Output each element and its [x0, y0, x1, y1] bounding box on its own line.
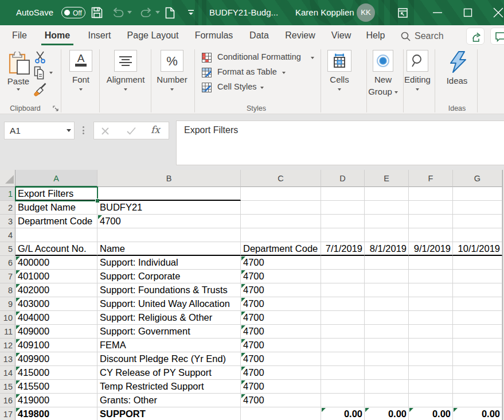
- row-header-8[interactable]: 8: [0, 283, 15, 297]
- cell-D8[interactable]: [321, 283, 365, 297]
- font-icon[interactable]: A: [69, 50, 92, 72]
- tab-insert[interactable]: Insert: [88, 25, 111, 47]
- avatar[interactable]: KK: [357, 3, 375, 22]
- cell-E9[interactable]: [365, 297, 409, 311]
- cells-label[interactable]: Cells: [330, 75, 349, 84]
- cell-A5[interactable]: G/L Account No.: [15, 242, 97, 256]
- autosave-toggle[interactable]: Off: [61, 7, 85, 18]
- cell-C10[interactable]: 4700: [241, 311, 321, 325]
- column-header-A[interactable]: A: [15, 170, 97, 187]
- cell-C15[interactable]: 4700: [241, 380, 321, 394]
- format-painter-icon[interactable]: [33, 83, 47, 96]
- tab-data[interactable]: Data: [249, 25, 269, 47]
- cell-D10[interactable]: [321, 311, 365, 325]
- cell-F4[interactable]: [409, 228, 453, 242]
- column-header-B[interactable]: B: [97, 170, 241, 187]
- close-icon[interactable]: [490, 0, 504, 25]
- cell-A17[interactable]: 419800: [15, 407, 97, 420]
- column-header-G[interactable]: G: [453, 170, 502, 187]
- cell-E11[interactable]: [365, 325, 409, 339]
- cell-G10[interactable]: [453, 311, 502, 325]
- cell-C7[interactable]: 4700: [241, 270, 321, 283]
- font-label[interactable]: Font: [72, 75, 89, 84]
- cell-D1[interactable]: [321, 187, 365, 201]
- cell-E15[interactable]: [365, 380, 409, 394]
- cell-A9[interactable]: 403000: [15, 297, 97, 311]
- cell-F17[interactable]: 0.00: [409, 407, 453, 420]
- cell-G3[interactable]: [453, 215, 502, 228]
- cell-B1[interactable]: [97, 187, 241, 201]
- cell-B14[interactable]: CY Release of PY Support: [97, 366, 241, 380]
- cell-F3[interactable]: [409, 215, 453, 228]
- cell-G2[interactable]: [453, 201, 502, 215]
- cell-F6[interactable]: [409, 256, 453, 270]
- cell-B5[interactable]: Name: [97, 242, 241, 256]
- row-header-16[interactable]: 16: [0, 394, 15, 407]
- cell-G15[interactable]: [453, 380, 502, 394]
- row-header-12[interactable]: 12: [0, 339, 15, 352]
- cell-D7[interactable]: [321, 270, 365, 283]
- cell-A16[interactable]: 419000: [15, 394, 97, 407]
- cell-E14[interactable]: [365, 366, 409, 380]
- cell-D4[interactable]: [321, 228, 365, 242]
- name-box[interactable]: A1: [4, 122, 75, 139]
- row-header-11[interactable]: 11: [0, 325, 15, 339]
- column-header-C[interactable]: C: [241, 170, 321, 187]
- cell-C14[interactable]: 4700: [241, 366, 321, 380]
- cell-F8[interactable]: [409, 283, 453, 297]
- cell-D16[interactable]: [321, 394, 365, 407]
- cell-B9[interactable]: Support: United Way Allocation: [97, 297, 241, 311]
- cell-C1[interactable]: [241, 187, 321, 201]
- cell-B3[interactable]: 4700: [97, 215, 241, 228]
- name-box-dropdown-icon[interactable]: [67, 129, 71, 132]
- cut-icon[interactable]: [34, 51, 46, 64]
- cell-G13[interactable]: [453, 352, 502, 366]
- cell-C4[interactable]: [241, 228, 321, 242]
- formula-bar-drag-handle[interactable]: [83, 126, 84, 135]
- insert-function-icon[interactable]: fx: [151, 124, 160, 135]
- ribbon-display-icon[interactable]: [398, 8, 408, 18]
- tab-file[interactable]: File: [12, 25, 27, 47]
- cell-G8[interactable]: [453, 283, 502, 297]
- cell-B13[interactable]: Discount Pledge Rec (Yr End): [97, 352, 241, 366]
- editing-dropdown-icon[interactable]: [416, 88, 419, 91]
- customize-toolbar-icon[interactable]: [187, 9, 194, 16]
- editing-label[interactable]: Editing: [404, 75, 431, 84]
- row-header-6[interactable]: 6: [0, 256, 15, 270]
- column-header-F[interactable]: F: [409, 170, 453, 187]
- cell-B15[interactable]: Temp Restricted Support: [97, 380, 241, 394]
- ideas-label[interactable]: Ideas: [447, 76, 468, 85]
- cell-E13[interactable]: [365, 352, 409, 366]
- row-header-10[interactable]: 10: [0, 311, 15, 325]
- ideas-icon[interactable]: [449, 51, 466, 73]
- cell-B8[interactable]: Support: Foundations & Trusts: [97, 283, 241, 297]
- cell-F7[interactable]: [409, 270, 453, 283]
- cell-D11[interactable]: [321, 325, 365, 339]
- column-header-E[interactable]: E: [365, 170, 409, 187]
- cell-F10[interactable]: [409, 311, 453, 325]
- cell-B10[interactable]: Support: Religious & Other: [97, 311, 241, 325]
- cell-F14[interactable]: [409, 366, 453, 380]
- row-header-5[interactable]: 5: [0, 242, 15, 256]
- user-name[interactable]: Karen Kopplien: [295, 0, 354, 25]
- cell-G17[interactable]: 0.00: [453, 407, 502, 420]
- cell-G5[interactable]: 10/1/2019: [453, 242, 502, 256]
- cell-A8[interactable]: 402000: [15, 283, 97, 297]
- cell-E2[interactable]: [365, 201, 409, 215]
- number-label[interactable]: Number: [157, 75, 187, 84]
- cell-G6[interactable]: [453, 256, 502, 270]
- cell-A15[interactable]: 415500: [15, 380, 97, 394]
- cell-F15[interactable]: [409, 380, 453, 394]
- number-icon[interactable]: %: [161, 50, 183, 72]
- row-header-7[interactable]: 7: [0, 270, 15, 283]
- tab-formulas[interactable]: Formulas: [195, 25, 233, 47]
- cell-F13[interactable]: [409, 352, 453, 366]
- new-group-dropdown-icon[interactable]: [394, 91, 398, 94]
- cell-B7[interactable]: Support: Corporate: [97, 270, 241, 283]
- cell-E5[interactable]: 8/1/2019: [365, 242, 409, 256]
- cell-E10[interactable]: [365, 311, 409, 325]
- paste-icon[interactable]: [8, 52, 31, 75]
- row-header-14[interactable]: 14: [0, 366, 15, 380]
- format-as-table-button[interactable]: Format as Table: [202, 68, 212, 77]
- cell-G16[interactable]: [453, 394, 502, 407]
